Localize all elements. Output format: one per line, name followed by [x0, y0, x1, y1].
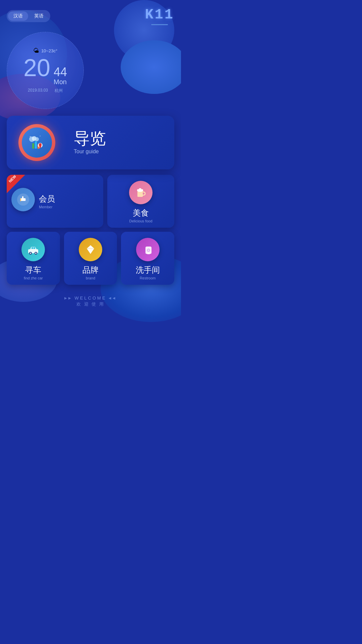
restroom-card[interactable]: 洗手间 Restroom [121, 232, 174, 285]
svg-rect-6 [35, 141, 37, 149]
clock-day: Mon [54, 78, 67, 86]
beer-mug-icon [134, 186, 147, 199]
footer-welcome-cn: 欢 迎 使 用 [0, 301, 181, 307]
logo-underline [151, 24, 168, 25]
clock-minute: 44 [54, 66, 67, 78]
food-card[interactable]: 美食 Delicious food [107, 175, 174, 228]
brand-card[interactable]: 品牌 brand [64, 232, 117, 285]
svg-point-9 [39, 143, 42, 146]
car-svg-icon [26, 243, 40, 257]
bottom-grid-row: 寻车 find zhe car 品牌 brand [7, 232, 174, 285]
clock-date: 2019.03.03 [28, 88, 48, 94]
clock-bottom: 2019.03.03 杭州 [28, 88, 63, 94]
svg-rect-19 [32, 247, 33, 249]
car-title-en: find zhe car [24, 276, 43, 280]
svg-rect-12 [20, 198, 21, 201]
svg-text:✦: ✦ [29, 136, 31, 138]
footer-arrows-left: ▶▶ [64, 296, 72, 300]
tour-icon-circle: ✦ ✦ [18, 124, 55, 161]
clock-hour: 20 [23, 56, 50, 80]
restroom-title-en: Restroom [140, 276, 156, 280]
svg-point-31 [148, 250, 149, 251]
tour-icon-area: ✦ ✦ [7, 116, 67, 169]
footer-arrows-right: ◀◀ [109, 296, 117, 300]
svg-rect-5 [32, 143, 34, 149]
member-title-cn: 会员 [39, 194, 55, 204]
logo-text: K11 [145, 7, 174, 23]
brand-title-en: brand [86, 276, 95, 280]
weather-icon: 🌤 [33, 47, 39, 54]
app-logo: K11 [145, 7, 174, 25]
lang-english[interactable]: 英语 [29, 11, 49, 21]
car-card[interactable]: 寻车 find zhe car [7, 232, 60, 285]
member-title-en: Member [39, 205, 55, 209]
car-icon [21, 238, 45, 261]
clock-section: 🌤 10~23c° 20 44 Mon 2019.03.03 杭州 [7, 32, 174, 109]
footer-welcome-en: WELCOME [74, 296, 106, 301]
restroom-icon [136, 238, 160, 261]
clock-right: 44 Mon [54, 66, 67, 86]
brand-title-cn: 品牌 [82, 265, 99, 275]
svg-marker-26 [90, 245, 94, 249]
restroom-svg-icon [141, 243, 155, 257]
thumbs-up-icon [16, 193, 30, 206]
brand-icon [79, 238, 102, 261]
car-title-cn: 寻车 [25, 265, 41, 275]
lang-chinese[interactable]: 汉语 [8, 11, 28, 21]
tour-icon-inner: ✦ ✦ [22, 127, 52, 158]
food-icon [129, 181, 153, 204]
svg-point-17 [141, 189, 143, 191]
diamond-svg-icon [83, 243, 98, 257]
weather-temp: 10~23c° [41, 48, 57, 53]
tour-guide-card[interactable]: ✦ ✦ 导览 Tour guide [7, 116, 174, 169]
footer-welcome-row: ▶▶ WELCOME ◀◀ [0, 296, 181, 301]
header: 汉语 英语 K11 [7, 0, 174, 29]
svg-marker-27 [87, 249, 90, 254]
svg-point-16 [139, 188, 141, 191]
member-card[interactable]: NEW 会员 Member [7, 175, 103, 228]
footer: ▶▶ WELCOME ◀◀ 欢 迎 使 用 [0, 289, 181, 313]
language-switcher[interactable]: 汉语 英语 [7, 10, 50, 22]
clock-city: 杭州 [55, 88, 63, 94]
clock-widget: 🌤 10~23c° 20 44 Mon 2019.03.03 杭州 [7, 32, 84, 109]
svg-rect-32 [147, 253, 150, 254]
tour-text-area: 导览 Tour guide [67, 130, 174, 155]
member-food-row: NEW 会员 Member [7, 175, 174, 228]
food-title-cn: 美食 [133, 208, 149, 218]
clock-main: 20 44 Mon [23, 56, 67, 86]
svg-point-24 [35, 253, 37, 254]
weather-row: 🌤 10~23c° [33, 47, 57, 54]
restroom-title-cn: 洗手间 [136, 265, 160, 275]
food-title-en: Delicious food [129, 219, 152, 223]
svg-point-23 [30, 253, 31, 254]
tour-guide-icon: ✦ ✦ [27, 132, 47, 153]
svg-point-2 [35, 137, 39, 141]
tour-guide-title-en: Tour guide [74, 149, 99, 155]
tour-guide-title-cn: 导览 [74, 130, 106, 147]
svg-text:✦: ✦ [40, 135, 41, 137]
svg-rect-20 [34, 247, 35, 249]
member-text: 会员 Member [39, 194, 55, 209]
